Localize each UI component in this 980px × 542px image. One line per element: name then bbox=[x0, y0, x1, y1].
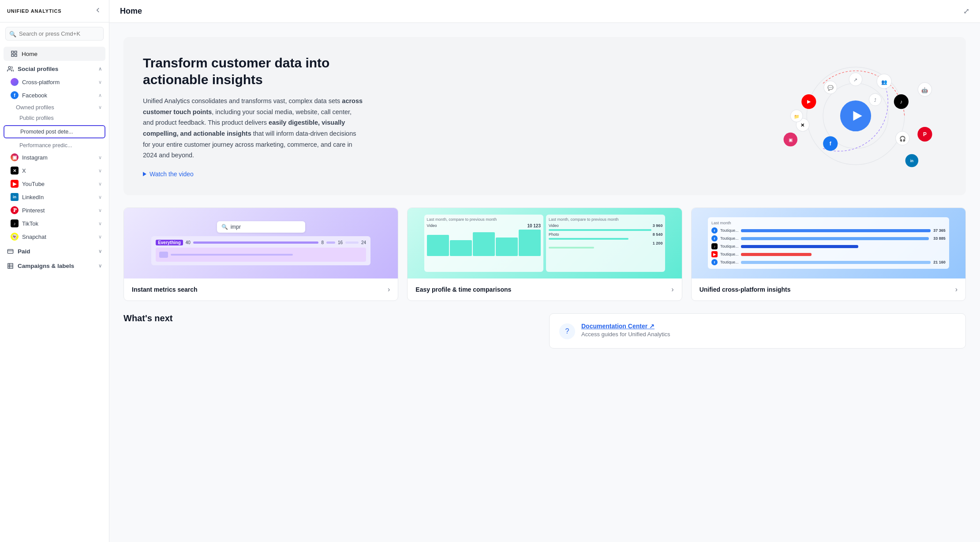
search-icon: 🔍 bbox=[9, 30, 16, 37]
whats-next-title: What's next bbox=[123, 313, 540, 323]
arrow-right-icon-2: › bbox=[671, 286, 673, 293]
feature-card-instant-metrics[interactable]: 🔍 impr Everything 40 8 16 bbox=[123, 208, 398, 301]
svg-rect-5 bbox=[7, 249, 13, 253]
whats-next-left: What's next bbox=[123, 313, 540, 349]
arrow-right-icon-3: › bbox=[955, 286, 958, 293]
chevron-down-icon-yt: ∨ bbox=[98, 181, 102, 187]
pinterest-label: Pinterest bbox=[22, 207, 45, 214]
youtube-icon: ▶ bbox=[11, 180, 19, 188]
cross-platform-label: Cross-platform bbox=[22, 79, 60, 85]
sidebar-item-tiktok[interactable]: ♪ TikTok ∨ bbox=[0, 217, 109, 230]
sidebar-item-owned-profiles[interactable]: Owned profiles ∨ bbox=[0, 102, 109, 113]
card-label-instant-metrics: Instant metrics search bbox=[132, 286, 198, 293]
sidebar-item-public-profiles[interactable]: Public profiles bbox=[0, 113, 109, 123]
doc-center-card[interactable]: ? Documentation Center ↗ Access guides f… bbox=[549, 313, 966, 349]
chevron-up-icon-fb: ∧ bbox=[98, 93, 102, 98]
sidebar-item-x[interactable]: ✕ X ∨ bbox=[0, 164, 109, 177]
watch-video-label: Watch the video bbox=[150, 171, 194, 178]
tiktok-icon: ♪ bbox=[11, 219, 19, 227]
doc-center-info: Documentation Center ↗ Access guides for… bbox=[581, 323, 670, 338]
youtube-label: YouTube bbox=[22, 181, 45, 187]
chevron-down-icon-owned: ∨ bbox=[98, 104, 102, 110]
svg-rect-3 bbox=[15, 54, 17, 56]
chevron-down-icon: ∨ bbox=[98, 79, 102, 85]
hero-title: Transform customer data into actionable … bbox=[143, 55, 363, 88]
owned-profiles-label: Owned profiles bbox=[16, 104, 54, 111]
section-paid-header[interactable]: Paid ∨ bbox=[0, 245, 109, 258]
doc-center-description: Access guides for Unified Analytics bbox=[581, 331, 670, 338]
linkedin-icon: in bbox=[11, 193, 19, 201]
home-label: Home bbox=[22, 51, 37, 57]
sidebar-nav: Home Social profiles ∧ Cross-platform ∨ bbox=[0, 45, 109, 542]
sidebar-item-facebook[interactable]: f Facebook ∧ bbox=[0, 89, 109, 102]
performance-predic-label: Performance predic... bbox=[19, 142, 72, 148]
doc-center-title: Documentation Center ↗ bbox=[581, 323, 670, 330]
doc-center-icon: ? bbox=[559, 323, 575, 339]
feature-card-comparisons[interactable]: Last month, compare to previous month Vi… bbox=[407, 208, 682, 301]
svg-text:✕: ✕ bbox=[801, 123, 805, 128]
section-social-profiles-header[interactable]: Social profiles ∧ bbox=[0, 63, 109, 75]
card-body-instant-metrics: Instant metrics search › bbox=[124, 278, 398, 301]
chevron-down-icon-paid: ∨ bbox=[98, 249, 102, 254]
card-preview-instant-metrics: 🔍 impr Everything 40 8 16 bbox=[124, 208, 398, 278]
svg-text:💬: 💬 bbox=[827, 85, 834, 91]
chevron-down-icon-li: ∨ bbox=[98, 194, 102, 200]
sidebar-item-promoted-post[interactable]: Promoted post dete... bbox=[4, 125, 105, 138]
svg-text:in: in bbox=[910, 159, 913, 163]
sidebar: UNIFIED ANALYTICS 🔍 Home Social profiles… bbox=[0, 0, 109, 542]
sidebar-item-snapchat[interactable]: 👻 Snapchat ∨ bbox=[0, 230, 109, 243]
facebook-icon: f bbox=[11, 91, 19, 99]
svg-rect-2 bbox=[11, 54, 14, 56]
card-label-comparisons: Easy profile & time comparisons bbox=[415, 286, 511, 293]
expand-button[interactable]: ⤢ bbox=[963, 7, 969, 16]
hero-text: Transform customer data into actionable … bbox=[143, 55, 363, 178]
snapchat-icon: 👻 bbox=[11, 233, 19, 241]
card-body-comparisons: Easy profile & time comparisons › bbox=[408, 278, 681, 301]
chevron-down-icon-ig: ∨ bbox=[98, 155, 102, 160]
feature-card-cross-platform[interactable]: Last month f Toutique... 37 365 f Toutiq… bbox=[691, 208, 966, 301]
svg-text:▣: ▣ bbox=[789, 138, 793, 143]
svg-text:👥: 👥 bbox=[881, 79, 887, 85]
sidebar-item-linkedin[interactable]: in LinkedIn ∨ bbox=[0, 190, 109, 204]
section-paid: Paid ∨ bbox=[0, 245, 109, 258]
main-area: Home ⤢ Transform customer data into acti… bbox=[109, 0, 980, 542]
svg-text:↗: ↗ bbox=[854, 77, 858, 82]
search-container: 🔍 bbox=[5, 27, 104, 41]
sidebar-item-pinterest[interactable]: 𝐏 Pinterest ∨ bbox=[0, 204, 109, 217]
chevron-down-icon-snap: ∨ bbox=[98, 234, 102, 240]
chevron-down-icon-x: ∨ bbox=[98, 168, 102, 174]
sidebar-item-cross-platform[interactable]: Cross-platform ∨ bbox=[0, 75, 109, 89]
home-icon bbox=[11, 50, 18, 57]
sidebar-item-home[interactable]: Home bbox=[4, 47, 105, 61]
svg-text:▶: ▶ bbox=[807, 100, 811, 104]
watch-video-link[interactable]: Watch the video bbox=[143, 171, 363, 178]
sidebar-header: UNIFIED ANALYTICS bbox=[0, 0, 109, 22]
page-title: Home bbox=[120, 7, 142, 16]
sidebar-item-youtube[interactable]: ▶ YouTube ∨ bbox=[0, 177, 109, 190]
sidebar-item-performance-predic[interactable]: Performance predic... bbox=[0, 140, 109, 151]
linkedin-label: LinkedIn bbox=[22, 194, 44, 200]
section-campaigns-header[interactable]: Campaigns & labels ∨ bbox=[0, 260, 109, 272]
section-social-profiles: Social profiles ∧ Cross-platform ∨ f Fac… bbox=[0, 63, 109, 243]
svg-text:📁: 📁 bbox=[794, 114, 800, 119]
x-icon: ✕ bbox=[11, 167, 19, 174]
campaigns-icon bbox=[7, 263, 14, 269]
campaigns-label: Campaigns & labels bbox=[18, 263, 74, 269]
mock-search-box: 🔍 impr bbox=[217, 221, 305, 233]
paid-label: Paid bbox=[18, 248, 30, 255]
main-header: Home ⤢ bbox=[109, 0, 980, 23]
svg-text:🤖: 🤖 bbox=[921, 87, 928, 93]
promoted-post-label: Promoted post dete... bbox=[20, 129, 73, 135]
sidebar-item-instagram[interactable]: ▣ Instagram ∨ bbox=[0, 151, 109, 164]
play-icon bbox=[143, 172, 146, 176]
snapchat-label: Snapchat bbox=[22, 234, 46, 240]
search-input[interactable] bbox=[5, 27, 104, 41]
app-title: UNIFIED ANALYTICS bbox=[7, 8, 62, 14]
pinterest-icon: 𝐏 bbox=[11, 206, 19, 214]
arrow-right-icon: › bbox=[388, 286, 390, 293]
whats-next-section: What's next ? Documentation Center ↗ Acc… bbox=[123, 313, 966, 349]
chevron-up-icon: ∧ bbox=[98, 66, 102, 72]
chevron-down-icon-tt: ∨ bbox=[98, 221, 102, 226]
collapse-button[interactable] bbox=[94, 6, 102, 16]
feature-cards: 🔍 impr Everything 40 8 16 bbox=[123, 208, 966, 301]
